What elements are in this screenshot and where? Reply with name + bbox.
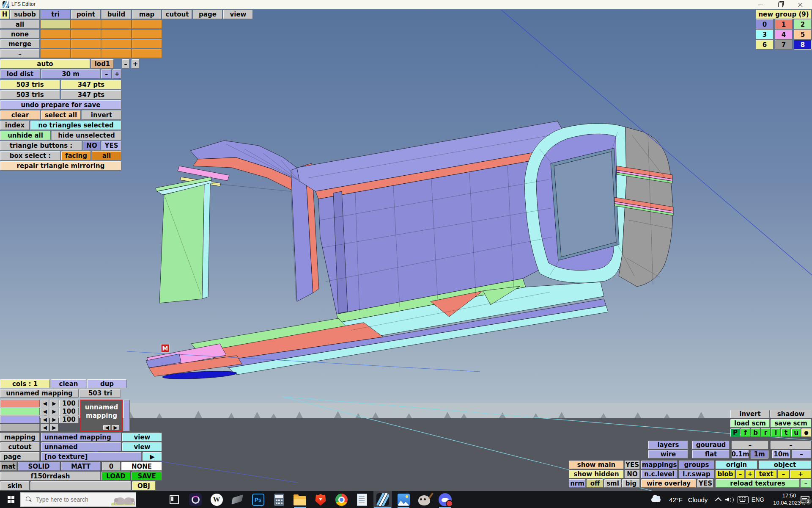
- unhide-all-button[interactable]: unhide all: [0, 131, 51, 140]
- tab-tri[interactable]: tri: [41, 10, 70, 19]
- mapping-prev-arrow[interactable]: ◀: [103, 425, 111, 430]
- channel-left-arrow[interactable]: ◀: [41, 400, 49, 407]
- lod1-button[interactable]: lod1: [91, 59, 114, 69]
- tab-map[interactable]: map: [132, 10, 162, 19]
- language-indicator[interactable]: ENG: [749, 491, 766, 508]
- dup-button[interactable]: dup: [87, 379, 127, 388]
- lr-swap-button[interactable]: l.r.swap: [679, 470, 714, 478]
- load-scm-button[interactable]: load scm: [730, 419, 770, 428]
- taskbar-notepad[interactable]: [354, 491, 370, 508]
- close-button[interactable]: [790, 0, 810, 9]
- show-main-toggle[interactable]: YES: [625, 461, 640, 469]
- selgrid-cell[interactable]: [71, 39, 101, 48]
- channel-value[interactable]: 100: [59, 416, 79, 423]
- volume-button[interactable]: [724, 491, 736, 508]
- search-input[interactable]: [35, 496, 100, 503]
- mat-type-button[interactable]: SOLID: [18, 462, 60, 471]
- text-plus-button[interactable]: +: [790, 470, 811, 478]
- channel-left-arrow[interactable]: ◀: [41, 416, 49, 423]
- mapping-view-button[interactable]: view: [122, 433, 162, 442]
- lod-dist-value[interactable]: 30 m: [41, 69, 100, 79]
- layers-button[interactable]: layers: [648, 441, 688, 449]
- tab-page[interactable]: page: [193, 10, 222, 19]
- blob-minus-button[interactable]: –: [736, 470, 745, 478]
- taskbar-photoshop[interactable]: Ps: [250, 491, 266, 508]
- cutout-view-button[interactable]: view: [122, 442, 162, 451]
- nrm-sml-button[interactable]: sml: [604, 479, 621, 488]
- touch-keyboard-button[interactable]: [737, 491, 749, 508]
- mat-finish-button[interactable]: MATT: [61, 462, 101, 471]
- reload-textures-button[interactable]: reload textures: [716, 479, 800, 488]
- viewport-3d-canvas[interactable]: M: [0, 0, 812, 508]
- wire-button[interactable]: wire: [648, 450, 688, 458]
- undo-prepare-save-button[interactable]: undo prepare for save: [0, 100, 121, 110]
- new-group-header[interactable]: new group (9): [756, 10, 812, 19]
- minimize-button[interactable]: [751, 0, 770, 9]
- cutout-row-value[interactable]: unnamed: [41, 442, 121, 451]
- mapping-next-arrow[interactable]: ▶: [112, 425, 119, 430]
- wire-overlay-label[interactable]: wire overlay: [641, 479, 696, 488]
- selgrid-cell[interactable]: [132, 49, 162, 58]
- selgrid-cell[interactable]: [102, 30, 132, 39]
- task-view-button[interactable]: [166, 491, 183, 508]
- group-cell-7[interactable]: 7: [775, 40, 793, 50]
- key-t-button[interactable]: t: [781, 428, 791, 437]
- channel-swatch-gray[interactable]: [0, 424, 40, 431]
- nc-level-button[interactable]: n.c.level: [641, 470, 678, 478]
- channel-left-arrow[interactable]: ◀: [41, 408, 49, 415]
- lod1-minus-button[interactable]: –: [122, 59, 129, 69]
- taskbar-discord[interactable]: [436, 491, 453, 508]
- flat-button[interactable]: flat: [692, 450, 730, 458]
- group-cell-5[interactable]: 5: [794, 30, 812, 39]
- selgrid-cell[interactable]: [41, 20, 71, 29]
- group-cell-1[interactable]: 1: [775, 19, 793, 29]
- notification-button[interactable]: 2: [798, 491, 812, 508]
- taskbar-lfs-editor[interactable]: [374, 491, 391, 508]
- tab-build[interactable]: build: [102, 10, 131, 19]
- show-hidden-toggle[interactable]: NO: [625, 470, 640, 478]
- scale-dash-button[interactable]: –: [792, 450, 811, 458]
- key-p-button[interactable]: P: [730, 428, 740, 437]
- nrm-off-button[interactable]: off: [587, 479, 604, 488]
- mapping-row-label[interactable]: mapping: [0, 433, 40, 442]
- hide-unselected-button[interactable]: hide unselected: [52, 131, 121, 140]
- layers-dash2-button[interactable]: –: [771, 441, 811, 449]
- repair-mirroring-button[interactable]: repair triangle mirroring: [0, 161, 121, 171]
- taskbar-photos[interactable]: [395, 491, 412, 508]
- mapping-scrollbar[interactable]: [123, 400, 130, 431]
- clear-button[interactable]: clear: [0, 110, 40, 120]
- page-next-button[interactable]: ▶: [143, 452, 162, 461]
- selgrid-cell[interactable]: [132, 20, 162, 29]
- channel-left-arrow[interactable]: ◀: [41, 424, 49, 431]
- taskbar-chrome[interactable]: [333, 491, 350, 508]
- page-row-label[interactable]: page: [0, 452, 40, 461]
- select-all-button[interactable]: select all: [41, 110, 81, 120]
- key-f-button[interactable]: f: [741, 428, 750, 437]
- taskbar-gimp[interactable]: [416, 491, 433, 508]
- text-minus-button[interactable]: –: [778, 470, 789, 478]
- tab-subob[interactable]: subob: [10, 10, 40, 19]
- channel-value[interactable]: 100: [59, 400, 79, 407]
- selgrid-cell[interactable]: [41, 39, 71, 48]
- scale-01m-button[interactable]: 0.1m: [732, 450, 749, 458]
- scale-10m-button[interactable]: 10m: [772, 450, 790, 458]
- skin-label[interactable]: skin: [0, 481, 30, 490]
- restore-button[interactable]: [771, 0, 790, 9]
- invert-button[interactable]: invert: [730, 410, 770, 418]
- model-file-name[interactable]: f150rrdash: [0, 472, 101, 480]
- triangle-buttons-no[interactable]: NO: [83, 141, 101, 150]
- channel-swatch-green[interactable]: [0, 408, 40, 415]
- selgrid-merge[interactable]: merge: [0, 39, 40, 48]
- box-select-facing[interactable]: facing: [61, 151, 91, 160]
- mat-label[interactable]: mat: [0, 462, 17, 471]
- channel-value[interactable]: 100: [59, 408, 79, 415]
- reload-minus-button[interactable]: –: [801, 479, 811, 488]
- page-row-value[interactable]: [no texture]: [41, 452, 142, 461]
- selgrid-cell[interactable]: [41, 49, 71, 58]
- channel-right-arrow[interactable]: ▶: [50, 416, 58, 423]
- taskbar-search[interactable]: [20, 492, 136, 507]
- selgrid-dash[interactable]: –: [0, 49, 40, 58]
- selgrid-cell[interactable]: [102, 49, 132, 58]
- key-r-button[interactable]: r: [761, 428, 771, 437]
- text-button[interactable]: text: [755, 470, 777, 478]
